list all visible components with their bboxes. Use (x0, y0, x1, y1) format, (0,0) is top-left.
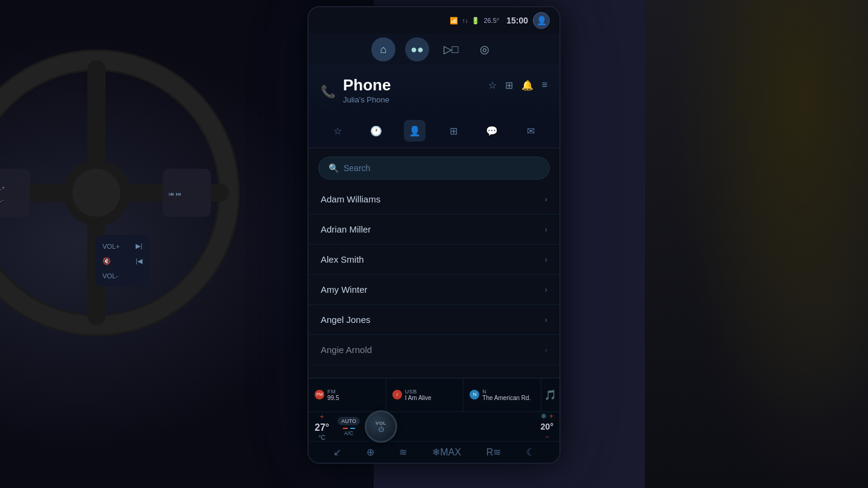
contact-arrow-icon: › (545, 285, 547, 294)
star-control-icon[interactable]: ☆ (488, 80, 497, 91)
clock-display: 15:00 (506, 16, 528, 25)
phone-action-controls: ☆ ⊞ 🔔 ≡ (488, 77, 547, 91)
nav-media-cell[interactable]: N N The American Rd. (464, 378, 541, 411)
contact-item-amy-winter[interactable]: Amy Winter › (309, 275, 559, 305)
contact-name: Angie Arnold (321, 345, 372, 355)
screen-display: 📶 ↑↓ 🔋 26.5° 15:00 👤 ⌂ ●● ▷□ ◎ 📞 Phone J… (307, 6, 561, 464)
contact-arrow-icon: › (545, 255, 547, 264)
media-expand-btn[interactable]: 🎵 (541, 378, 559, 411)
fan-icon[interactable]: ⊕ (366, 446, 374, 458)
contact-item-adam-williams[interactable]: Adam Williams › (309, 184, 559, 214)
vol-plus-btn[interactable]: VOL+ (102, 243, 119, 250)
volume-knob[interactable]: VOL ⏻ (365, 410, 397, 443)
status-icons: 📶 ↑↓ 🔋 26.5° (450, 17, 499, 25)
defrost-icon[interactable]: ❄ (541, 412, 547, 421)
phone-app-title: Phone (343, 77, 391, 93)
right-panel-texture (645, 0, 868, 488)
dialpad-control-icon[interactable]: ⊞ (505, 80, 513, 91)
contact-arrow-icon: › (545, 225, 547, 234)
notification-control-icon[interactable]: 🔔 (521, 80, 533, 91)
svg-text:⏮ ⏭: ⏮ ⏭ (169, 191, 181, 197)
nav-home-btn[interactable]: ⌂ (371, 37, 395, 61)
search-bar[interactable]: 🔍 Search (318, 157, 550, 180)
wifi-icon: 📶 (450, 17, 458, 25)
phone-header: 📞 Phone Julia's Phone ☆ ⊞ 🔔 ≡ (309, 65, 559, 114)
infotainment-screen: 📶 ↑↓ 🔋 26.5° 15:00 👤 ⌂ ●● ▷□ ◎ 📞 Phone J… (307, 18, 561, 476)
vol-minus-btn[interactable]: VOL- (102, 272, 118, 280)
fm-label: FM (327, 389, 339, 395)
contact-arrow-icon: › (545, 345, 547, 354)
nav-contacts-btn[interactable]: ●● (405, 37, 429, 61)
tab-recent[interactable]: 🕐 (365, 120, 387, 142)
temp-plus-icon[interactable]: + (320, 413, 324, 421)
search-icon: 🔍 (329, 163, 339, 173)
tab-favorites[interactable]: ☆ (327, 120, 348, 142)
right-temp-minus-icon[interactable]: − (545, 433, 549, 441)
search-input[interactable]: Search (344, 163, 370, 173)
right-temp-plus-icon[interactable]: + (549, 412, 553, 421)
usb-track: I Am Alive (405, 395, 432, 401)
profile-button[interactable]: 👤 (533, 12, 550, 29)
auto-climate-control[interactable]: AUTO A/C (338, 417, 360, 436)
skip-forward-btn[interactable]: ▶| (136, 242, 142, 250)
steering-wheel-area: VOL+ VOL- ⏮ ⏭ (0, 48, 241, 337)
left-column-controls: VOL+ ▶| 🔇 |◀ VOL- (95, 235, 149, 287)
contact-name: Adrian Miller (321, 224, 371, 234)
contact-item-alex-smith[interactable]: Alex Smith › (309, 245, 559, 275)
contact-item-angel-jones[interactable]: Angel Jones › (309, 305, 559, 335)
max-defrost-icon[interactable]: ❄MAX (432, 446, 461, 458)
usb-media-cell[interactable]: ♪ USB I Am Alive (386, 378, 464, 411)
fm-media-cell[interactable]: FM FM 99.5 (309, 378, 386, 411)
steering-wheel-svg: VOL+ VOL- ⏮ ⏭ (0, 48, 241, 337)
right-climate-area: ❄ + 20° − (541, 412, 553, 441)
temp-indicator-hot (343, 428, 348, 429)
contact-item-adrian-miller[interactable]: Adrian Miller › (309, 214, 559, 245)
contact-item-angie-arnold[interactable]: Angie Arnold › (309, 335, 559, 365)
ac-label[interactable]: A/C (344, 430, 353, 436)
tab-messages[interactable]: 💬 (481, 120, 503, 142)
bottom-icons-row: ↙ ⊕ ≋ ❄MAX R≋ ☾ (309, 441, 559, 463)
bottom-controls-bar: FM FM 99.5 ♪ USB I Am Alive (309, 378, 559, 463)
contact-arrow-icon: › (545, 315, 547, 324)
phone-device-name: Julia's Phone (343, 95, 391, 104)
rear-defrost-icon[interactable]: R≋ (486, 446, 502, 458)
media-row: FM FM 99.5 ♪ USB I Am Alive (309, 378, 559, 412)
contact-name: Amy Winter (321, 284, 368, 295)
airflow-icon[interactable]: ↙ (333, 446, 341, 458)
night-mode-icon[interactable]: ☾ (526, 446, 535, 458)
mute-btn[interactable]: 🔇 (102, 257, 111, 265)
seat-heat-icon[interactable]: ≋ (399, 446, 407, 458)
contact-list: Adam Williams › Adrian Miller › Alex Smi… (309, 184, 559, 365)
contact-arrow-icon: › (545, 195, 547, 204)
skip-back-btn[interactable]: |◀ (136, 257, 142, 265)
tab-contacts[interactable]: 👤 (404, 120, 426, 142)
nav-icon: N (470, 390, 479, 399)
menu-control-icon[interactable]: ≡ (542, 80, 547, 91)
contact-name: Adam Williams (321, 194, 380, 204)
nav-media-btn[interactable]: ▷□ (439, 37, 463, 61)
tab-keypad[interactable]: ⊞ (442, 120, 464, 142)
left-temp-label: °C (318, 434, 325, 441)
usb-icon: ♪ (392, 390, 402, 399)
right-temp-display: 20° (541, 422, 553, 431)
tab-email[interactable]: ✉ (520, 120, 541, 142)
usb-label: USB (405, 389, 432, 395)
temp-display: 26.5° (483, 17, 499, 24)
right-dashboard-panel (645, 0, 868, 488)
svg-text:VOL-: VOL- (0, 197, 4, 203)
nav-direction: N (482, 389, 530, 395)
vol-label: VOL (376, 421, 386, 426)
fm-frequency: 99.5 (327, 395, 339, 401)
nav-assistant-btn[interactable]: ◎ (473, 37, 497, 61)
temp-indicator-cool (350, 428, 355, 429)
fm-icon: FM (315, 390, 324, 399)
svg-point-5 (72, 169, 121, 217)
auto-label: AUTO (338, 417, 360, 425)
signal-icon: ↑↓ (462, 17, 468, 24)
phone-tabs-bar: ☆ 🕐 👤 ⊞ 💬 ✉ (309, 114, 559, 148)
status-bar: 📶 ↑↓ 🔋 26.5° 15:00 👤 (309, 7, 559, 34)
contact-name: Alex Smith (321, 254, 364, 264)
phone-title-text: Phone Julia's Phone (343, 77, 391, 104)
contact-name: Angel Jones (321, 314, 371, 325)
left-climate-area: + 27° °C (315, 413, 329, 441)
